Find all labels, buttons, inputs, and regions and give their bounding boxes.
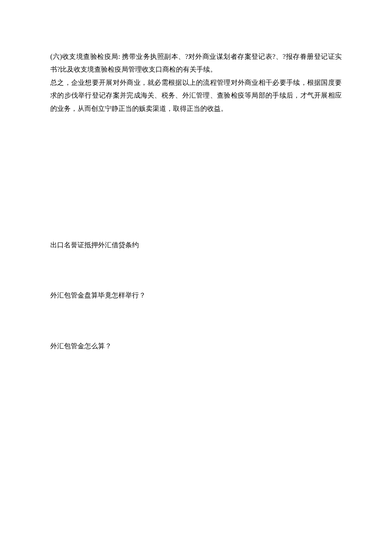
- line-margin-calc-how: 外汇包管金盘算毕竟怎样举行？: [50, 289, 342, 302]
- spacer: [50, 302, 342, 340]
- line-export-credit: 出口名誉证抵押外汇借贷条约: [50, 239, 342, 251]
- spacer: [50, 115, 342, 239]
- line-margin-calc: 外汇包管金怎么算？: [50, 340, 342, 353]
- document-page: (六)收支境查验检疫局: 携带业务执照副本、?对外商业谋划者存案登记表?、?报存…: [0, 0, 392, 555]
- spacer: [50, 251, 342, 289]
- paragraph-six: (六)收支境查验检疫局: 携带业务执照副本、?对外商业谋划者存案登记表?、?报存…: [50, 50, 342, 76]
- paragraph-summary: 总之，企业想要开展对外商业，就必需根据以上的流程管理对外商业相干必要手续，根据国…: [50, 76, 342, 115]
